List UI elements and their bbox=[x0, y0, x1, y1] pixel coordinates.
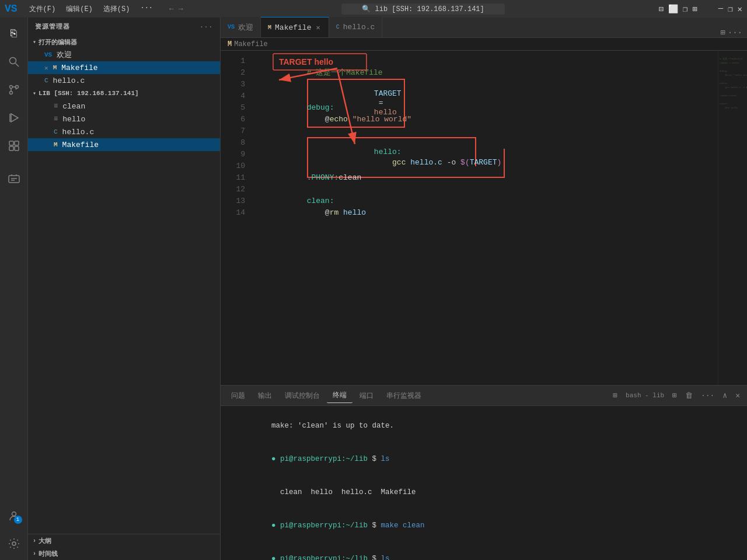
editor-area: VS 欢迎 M Makefile ✕ C hello.c ⊞ ··· M Mak… bbox=[221, 18, 747, 560]
open-editors-section[interactable]: ▾ 打开的编辑器 bbox=[28, 36, 220, 48]
tab-helloc[interactable]: C hello.c bbox=[329, 17, 383, 37]
nav-forward-icon[interactable]: → bbox=[179, 5, 183, 13]
timeline-section[interactable]: › 时间线 bbox=[28, 547, 220, 560]
ln-6: 6 bbox=[221, 114, 245, 125]
nav-back-icon[interactable]: ← bbox=[169, 5, 174, 13]
layout-icon-1[interactable]: ⊟ bbox=[658, 4, 663, 14]
svg-point-15 bbox=[12, 542, 16, 545]
terminal-tab-serial[interactable]: 串行监视器 bbox=[381, 388, 427, 403]
terminal-tab-problems[interactable]: 问题 bbox=[225, 388, 251, 403]
minimize-icon[interactable]: ─ bbox=[718, 4, 723, 14]
tab-bar: VS 欢迎 M Makefile ✕ C hello.c ⊞ ··· bbox=[221, 18, 747, 38]
tab-welcome[interactable]: VS 欢迎 bbox=[221, 17, 261, 37]
code-line-2: TARGET = hello bbox=[250, 67, 718, 79]
timeline-label: 时间线 bbox=[39, 550, 58, 558]
activity-search-icon[interactable] bbox=[2, 50, 26, 74]
sidebar-item-helloc-open[interactable]: C hello.c bbox=[28, 74, 220, 87]
terminal-tab-ports[interactable]: 端口 bbox=[354, 388, 379, 403]
code-wrapper: 1 2 3 4 5 6 7 8 9 10 11 12 13 14 bbox=[221, 51, 747, 385]
outline-label: 大纲 bbox=[39, 537, 51, 545]
sidebar-item-hello[interactable]: ≡ hello bbox=[28, 113, 220, 125]
svg-point-14 bbox=[12, 512, 16, 516]
outline-section[interactable]: › 大纲 bbox=[28, 534, 220, 547]
vscode-file-icon: VS bbox=[44, 51, 52, 58]
ln-5: 5 bbox=[221, 102, 245, 114]
tab-split-icon[interactable]: ⊞ bbox=[720, 27, 725, 37]
sidebar-item-welcome[interactable]: VS 欢迎 bbox=[28, 48, 220, 61]
term-line-3: clean hello hello.c Makefile bbox=[228, 476, 740, 509]
sidebar-helloc-label: hello.c bbox=[53, 76, 85, 85]
lib-section-label: LIB [SSH: 192.168.137.141] bbox=[39, 90, 139, 97]
layout-icon-4[interactable]: ⊞ bbox=[692, 4, 697, 14]
activity-llm-icon[interactable] bbox=[2, 167, 26, 190]
menu-edit[interactable]: 编辑(E) bbox=[61, 3, 97, 15]
tab-c-icon: C bbox=[336, 24, 340, 30]
tab-more-icon[interactable]: ··· bbox=[728, 28, 742, 37]
close-icon[interactable]: ✕ bbox=[738, 4, 742, 14]
menu-bar[interactable]: 文件(F) 编辑(E) 选择(S) ··· bbox=[25, 3, 158, 15]
terminal-trash-icon[interactable]: 🗑 bbox=[683, 390, 695, 401]
sidebar-more-icon[interactable]: ··· bbox=[200, 23, 213, 30]
restore-icon[interactable]: ❐ bbox=[728, 4, 732, 14]
ln-4: 4 bbox=[221, 90, 245, 102]
menu-file[interactable]: 文件(F) bbox=[25, 3, 61, 15]
minimap: # 这是一个Makefile TARGET = hello debug: @ec… bbox=[718, 51, 747, 385]
terminal-more-icon[interactable]: ··· bbox=[699, 390, 717, 401]
global-search-bar[interactable]: 🔍 lib [SSH: 192.168.137.141] bbox=[341, 4, 505, 15]
terminal-panel: 问题 输出 调试控制台 终端 端口 串行监视器 ⊞ bash - lib ⊞ 🗑… bbox=[221, 385, 747, 560]
sidebar-item-helloc[interactable]: C hello.c bbox=[28, 125, 220, 138]
activity-extensions-icon[interactable] bbox=[2, 134, 26, 158]
svg-marker-5 bbox=[11, 114, 18, 122]
sidebar-item-makefile-lib[interactable]: M Makefile bbox=[28, 138, 220, 151]
window-controls: ⊟ ⬜ ❐ ⊞ ─ ❐ ✕ bbox=[658, 4, 742, 14]
titlebar: VS 文件(F) 编辑(E) 选择(S) ··· ← → 🔍 lib [SSH:… bbox=[0, 0, 747, 18]
terminal-tab-terminal[interactable]: 终端 bbox=[327, 388, 352, 403]
ln-8: 8 bbox=[221, 137, 245, 149]
svg-point-0 bbox=[9, 58, 16, 64]
tab-makefile[interactable]: M Makefile ✕ bbox=[261, 17, 329, 37]
activity-source-control-icon[interactable] bbox=[2, 78, 26, 102]
terminal-new-icon[interactable]: ⊞ bbox=[670, 390, 679, 401]
code-line-5: @echo "hello world" bbox=[250, 102, 718, 114]
list-icon-hello: ≡ bbox=[54, 115, 58, 123]
svg-rect-10 bbox=[15, 146, 19, 150]
main-layout: ⎘ 1 资源管理器 ··· bbox=[0, 18, 747, 560]
tab-makefile-label: Makefile bbox=[275, 23, 311, 32]
line-numbers: 1 2 3 4 5 6 7 8 9 10 11 12 13 14 bbox=[221, 51, 250, 385]
menu-more[interactable]: ··· bbox=[135, 3, 158, 15]
tab-close-makefile-icon[interactable]: ✕ bbox=[315, 22, 321, 33]
code-content: # 这是一个Makefile TARGET = hello bbox=[250, 51, 718, 385]
sidebar-welcome-label: 欢迎 bbox=[57, 50, 72, 60]
term-line-2: ● pi@raspberrypi:~/lib $ ls bbox=[228, 443, 740, 476]
sidebar-makefile-lib-label: Makefile bbox=[62, 141, 99, 149]
layout-icon-2[interactable]: ⬜ bbox=[668, 4, 678, 14]
close-makefile-icon[interactable]: ✕ bbox=[44, 64, 48, 72]
code-line-7: hello: bbox=[250, 125, 718, 137]
activity-settings-icon[interactable] bbox=[2, 532, 26, 555]
activity-explorer-icon[interactable]: ⎘ bbox=[2, 22, 26, 46]
tab-welcome-label: 欢迎 bbox=[238, 22, 253, 33]
code-line-9 bbox=[250, 149, 718, 160]
terminal-split-icon[interactable]: bash - lib bbox=[623, 391, 666, 400]
terminal-tab-output[interactable]: 输出 bbox=[252, 388, 278, 403]
activity-account-icon[interactable]: 1 bbox=[2, 504, 26, 527]
c-file-icon: C bbox=[44, 77, 48, 84]
c-file-icon-lib: C bbox=[54, 128, 58, 135]
svg-rect-11 bbox=[9, 176, 19, 183]
activity-bar: ⎘ 1 bbox=[0, 18, 28, 560]
svg-point-4 bbox=[9, 92, 12, 94]
vscode-logo-icon: VS bbox=[5, 3, 18, 15]
open-editors-tree: VS 欢迎 ✕ M Makefile C hello.c bbox=[28, 48, 220, 87]
tab-makefile-icon: M bbox=[268, 24, 271, 31]
sidebar-item-makefile-open[interactable]: ✕ M Makefile bbox=[28, 61, 220, 74]
terminal-layout-icon[interactable]: ⊞ bbox=[610, 390, 620, 401]
activity-run-icon[interactable] bbox=[2, 106, 26, 130]
lib-section-header[interactable]: ▾ LIB [SSH: 192.168.137.141] bbox=[28, 87, 220, 100]
layout-icon-3[interactable]: ❐ bbox=[683, 4, 687, 14]
terminal-close-icon[interactable]: ✕ bbox=[733, 390, 742, 401]
terminal-tab-debug[interactable]: 调试控制台 bbox=[279, 388, 326, 403]
terminal-up-icon[interactable]: ∧ bbox=[720, 390, 729, 401]
menu-select[interactable]: 选择(S) bbox=[99, 3, 135, 15]
terminal-content[interactable]: make: 'clean' is up to date. ● pi@raspbe… bbox=[221, 406, 747, 560]
sidebar-item-clean[interactable]: ≡ clean bbox=[28, 100, 220, 113]
